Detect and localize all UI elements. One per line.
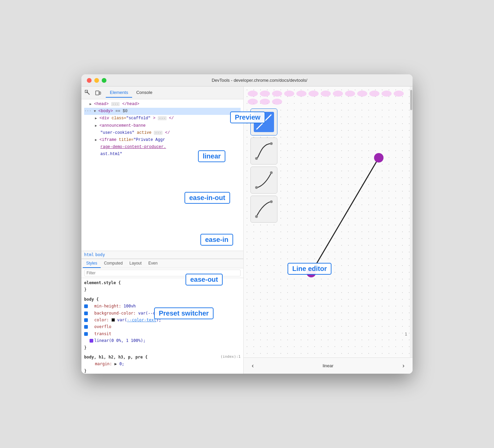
oval-14 [248,99,258,105]
svg-point-13 [306,268,316,277]
oval-12 [381,91,392,97]
tab-event[interactable]: Even [145,259,161,268]
traffic-lights [87,78,106,83]
oval-3 [272,91,282,97]
breadcrumb-body[interactable]: body [95,252,105,257]
svg-point-9 [270,171,273,174]
svg-point-8 [255,186,258,189]
svg-point-11 [270,200,273,203]
tab-styles[interactable]: Styles [83,259,101,268]
svg-rect-2 [96,91,99,95]
preset-thumb-ease-in[interactable] [250,167,277,194]
oval-2 [260,91,270,97]
css-rule-body-headings: body, h1, h2, h3, p, pre { (index):1 mar… [81,352,243,374]
oval-4 [284,91,294,97]
scrollbar-thumb [410,90,412,110]
css-prop-margin: margin: [95,362,112,366]
dom-line-iframe[interactable]: ▶ <iframe title="Private Aggr [84,136,241,144]
css-prop-overflow: overflo [94,324,112,329]
dom-line-head[interactable]: ▶ <head> ··· </head> [84,101,241,108]
css-prop-color: color: [94,318,109,322]
line-editor[interactable] [284,107,406,337]
dom-line-ast[interactable]: ast.html" [84,151,241,158]
css-body-selector: body { [84,297,99,302]
preview-ovals [244,91,413,105]
svg-rect-3 [99,92,101,94]
right-panel: 1 ‹ linear › [244,86,413,374]
titlebar: DevTools - developer.chrome.com/docs/dev… [81,74,413,86]
line-editor-svg[interactable] [284,107,406,337]
svg-point-6 [255,157,258,160]
css-rule-close: } [84,287,87,292]
dom-tree: ▶ <head> ··· </head> ··· ▼ <body> == $0 … [81,99,243,251]
css-rule-body: body { min-height: 100vh background-colo… [81,295,243,352]
filter-input[interactable] [84,270,241,276]
css-checkbox-color[interactable] [84,318,88,322]
device-icon[interactable] [94,89,102,97]
css-checkbox-transition[interactable] [84,332,88,336]
tab-elements[interactable]: Elements [106,88,132,98]
dom-line-announcement[interactable]: ▶ <announcement-banne [84,122,241,129]
close-button[interactable] [87,78,92,83]
css-val-bgcolor: var(--col... [138,311,168,316]
tab-computed[interactable]: Computed [101,259,126,268]
left-panel: Elements Console ▶ <head> ··· </head> ··… [81,86,244,374]
css-prop-transition: transit [94,331,112,336]
oval-7 [321,91,331,97]
svg-line-1 [87,92,90,95]
scrollbar[interactable] [410,86,413,357]
css-val-linear: linear(0 0%, 1 100%); [94,338,146,343]
dom-line-usercookies[interactable]: "user-cookies" active ··· </ [84,129,241,136]
window-title: DevTools - developer.chrome.com/docs/dev… [112,78,407,83]
oval-5 [296,91,306,97]
css-checkbox-overflow[interactable] [84,325,88,329]
css-rule-element: element.style { } [81,278,243,295]
preset-nav-label: linear [323,363,334,368]
dom-line-body[interactable]: ··· ▼ <body> == $0 [84,108,241,115]
preset-thumb-ease-out[interactable] [250,196,277,223]
dom-line-div-scaffold[interactable]: ▶ <div class="scaffold" > ··· </ [84,115,241,122]
preset-thumb-linear[interactable] [250,108,277,135]
styles-filter [81,268,243,278]
tab-console[interactable]: Console [132,88,156,98]
preset-thumb-ease-in-out[interactable] [250,138,277,165]
breadcrumb-html[interactable]: html [84,252,94,257]
oval-8 [333,91,343,97]
tab-layout[interactable]: Layout [126,259,145,268]
svg-line-12 [311,158,379,273]
oval-6 [308,91,319,97]
oval-11 [369,91,379,97]
styles-tabs: Styles Computed Layout Even [81,259,243,268]
preset-prev-button[interactable]: ‹ [249,361,256,371]
svg-point-7 [270,142,273,145]
devtools-body: Elements Console ▶ <head> ··· </head> ··… [81,86,413,374]
css-body-close: } [84,345,87,350]
color-swatch [112,318,115,322]
oval-16 [272,99,282,105]
source-link[interactable]: (index):1 [220,354,241,360]
preview-canvas: 1 [244,86,413,357]
css-selector: element.style { [84,280,121,285]
preset-thumbnails [250,108,277,223]
main-tabs: Elements Console [106,88,156,98]
minimize-button[interactable] [94,78,99,83]
css-checkbox-minheight[interactable] [84,304,88,308]
styles-panel: Styles Computed Layout Even element.styl… [81,259,243,374]
dom-line-rage[interactable]: rage-demo-content-producer. [84,144,241,151]
css-body-h-selector: body, h1, h2, h3, p, pre { [84,355,148,359]
oval-15 [260,99,270,105]
breadcrumb: html body [81,251,243,259]
css-checkbox-bgcolor[interactable] [84,312,88,315]
oval-9 [345,91,355,97]
preview-area: 1 [244,86,413,357]
css-val-color: var(--color-text); [117,318,161,322]
maximize-button[interactable] [102,78,106,83]
preset-next-button[interactable]: › [400,361,407,371]
css-val-margin: 0; [119,362,124,366]
oval-1 [248,91,258,97]
oval-13 [394,91,404,97]
css-checkbox-linear[interactable] [90,339,93,343]
svg-point-14 [374,153,384,163]
oval-10 [357,91,367,97]
inspect-icon[interactable] [84,89,92,97]
